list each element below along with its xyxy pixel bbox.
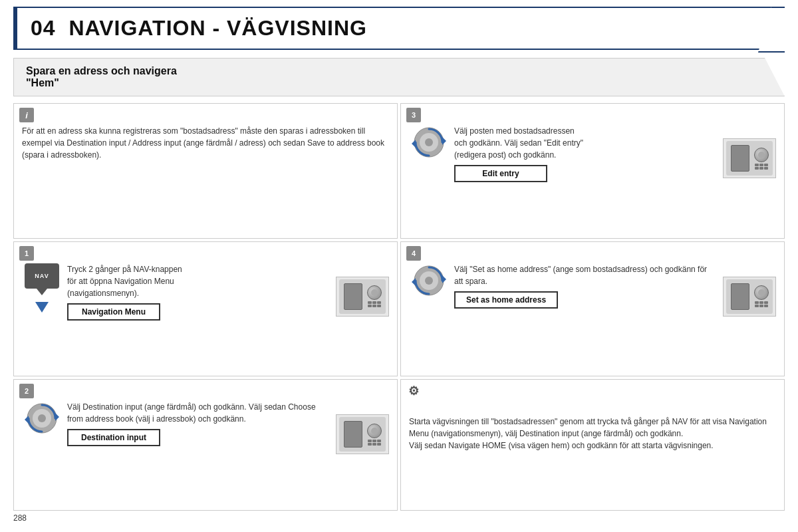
device-controls-1 bbox=[367, 285, 382, 307]
device-buttons bbox=[755, 164, 768, 170]
step3-icon-col bbox=[409, 125, 449, 160]
step5-cell: ⚙ Starta vägvisningen till "bostadsadres… bbox=[400, 379, 785, 511]
step2-badge: 2 bbox=[19, 384, 34, 398]
step4-text: Välj "Set as home address" (ange som bos… bbox=[454, 263, 718, 287]
step5-text-col: Starta vägvisningen till "bostadsadresse… bbox=[409, 416, 776, 452]
device-knob-4 bbox=[754, 285, 769, 300]
device-controls-2 bbox=[367, 424, 382, 446]
step4-icon-col bbox=[409, 263, 449, 298]
svg-marker-10 bbox=[412, 278, 416, 286]
device-screen-1 bbox=[344, 283, 362, 310]
device-controls bbox=[754, 148, 769, 170]
destination-input-button[interactable]: Destination input bbox=[67, 429, 160, 446]
device-controls-4 bbox=[754, 285, 769, 307]
svg-point-2 bbox=[425, 138, 433, 146]
section-title-box: Spara en adress och navigera "Hem" bbox=[13, 58, 785, 96]
info-content: För att en adress ska kunna registreras … bbox=[22, 125, 389, 161]
svg-marker-14 bbox=[55, 413, 59, 421]
scroll-icon-4 bbox=[412, 263, 446, 298]
svg-marker-4 bbox=[412, 140, 416, 148]
main-grid: i För att en adress ska kunna registrera… bbox=[13, 103, 785, 511]
page: 04 NAVIGATION - VÄGVISNING Spara en adre… bbox=[0, 0, 798, 532]
navigation-menu-button[interactable]: Navigation Menu bbox=[67, 303, 160, 321]
device-knob-inner-4 bbox=[758, 289, 765, 296]
device-knob-inner-1 bbox=[371, 289, 378, 296]
step1-text-col: Tryck 2 gånger på NAV-knappen för att öp… bbox=[67, 263, 331, 321]
chapter-header: 04 NAVIGATION - VÄGVISNING bbox=[13, 7, 785, 50]
device-image-1 bbox=[336, 277, 389, 317]
down-arrow-icon bbox=[34, 301, 50, 314]
step1-icon-col: NAV bbox=[22, 263, 62, 316]
svg-point-8 bbox=[425, 277, 433, 285]
step3-cell: 3 Välj bbox=[400, 103, 785, 239]
device-buttons-4 bbox=[755, 301, 768, 307]
device-knob bbox=[754, 148, 769, 162]
scroll-icon-2 bbox=[25, 401, 59, 436]
footer: 288 bbox=[13, 511, 785, 525]
gear-badge: ⚙ bbox=[406, 384, 421, 398]
info-badge: i bbox=[19, 108, 34, 122]
step4-cell: 4 Välj "Set as home address" (ange som b… bbox=[400, 241, 785, 377]
device-buttons-2 bbox=[368, 440, 381, 446]
step1-content-area: NAV Tryck 2 gånger på NAV-knappen för at… bbox=[22, 263, 389, 321]
set-home-address-button[interactable]: Set as home address bbox=[454, 291, 558, 309]
step2-content-area: Välj Destination input (ange färdmål) oc… bbox=[22, 401, 389, 454]
chapter-title: 04 NAVIGATION - VÄGVISNING bbox=[31, 16, 770, 41]
edit-entry-button[interactable]: Edit entry bbox=[454, 165, 547, 182]
step3-text: Välj posten med bostadsadressen och godk… bbox=[454, 125, 718, 161]
device-knob-inner-2 bbox=[371, 428, 378, 434]
step2-icon-col bbox=[22, 401, 62, 436]
device-image-4 bbox=[723, 277, 776, 317]
svg-marker-15 bbox=[25, 416, 29, 424]
step4-text-col: Välj "Set as home address" (ange som bos… bbox=[454, 263, 718, 309]
info-text: För att en adress ska kunna registreras … bbox=[22, 125, 389, 161]
device-image-3 bbox=[723, 138, 776, 178]
device-knob-2 bbox=[367, 424, 382, 438]
device-image-2 bbox=[336, 414, 389, 454]
device-knob-1 bbox=[367, 285, 382, 300]
svg-marker-9 bbox=[442, 275, 446, 283]
device-buttons-1 bbox=[368, 301, 381, 307]
device-screen-2 bbox=[344, 421, 362, 448]
svg-marker-5 bbox=[35, 302, 49, 313]
step2-text-col: Välj Destination input (ange färdmål) oc… bbox=[67, 401, 331, 446]
step2-text: Välj Destination input (ange färdmål) oc… bbox=[67, 401, 331, 425]
page-number: 288 bbox=[13, 513, 27, 523]
device-screen bbox=[731, 145, 749, 172]
step1-cell: 1 NAV Tryck 2 gånger på N bbox=[13, 241, 398, 377]
step3-badge: 3 bbox=[406, 108, 421, 122]
step3-text-col: Välj posten med bostadsadressen och godk… bbox=[454, 125, 718, 182]
scroll-icon-3 bbox=[412, 125, 446, 160]
svg-point-13 bbox=[38, 414, 46, 422]
step5-content-area: Starta vägvisningen till "bostadsadresse… bbox=[409, 401, 776, 452]
device-knob-inner bbox=[758, 152, 765, 158]
step4-content-area: Välj "Set as home address" (ange som bos… bbox=[409, 263, 776, 317]
step2-cell: 2 Välj Destination input (ange färdmål) … bbox=[13, 379, 398, 511]
nav-button-icon: NAV bbox=[25, 263, 59, 289]
device-screen-4 bbox=[731, 283, 749, 310]
step3-content-area: Välj posten med bostadsadressen och godk… bbox=[409, 125, 776, 182]
step4-badge: 4 bbox=[406, 246, 421, 261]
svg-marker-3 bbox=[442, 137, 446, 145]
step5-text: Starta vägvisningen till "bostadsadresse… bbox=[409, 416, 776, 452]
info-cell: i För att en adress ska kunna registrera… bbox=[13, 103, 398, 239]
section-title: Spara en adress och navigera "Hem" bbox=[26, 65, 772, 89]
step1-badge: 1 bbox=[19, 246, 34, 261]
step1-text: Tryck 2 gånger på NAV-knappen för att öp… bbox=[67, 263, 331, 299]
